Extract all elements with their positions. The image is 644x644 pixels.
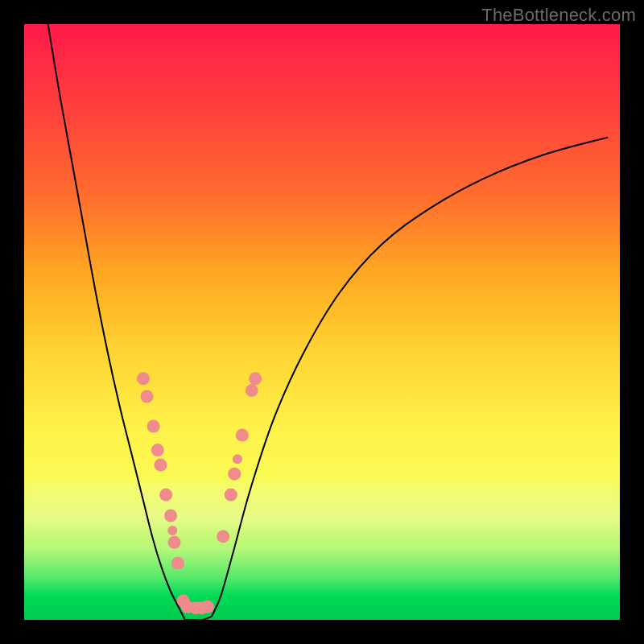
data-point <box>147 420 160 433</box>
data-point <box>137 372 150 385</box>
data-point <box>249 372 262 385</box>
curve-right <box>212 138 608 617</box>
data-point <box>167 526 177 535</box>
data-point <box>201 601 214 613</box>
data-points <box>137 372 262 614</box>
curve-layer <box>24 24 620 620</box>
data-point <box>228 468 241 481</box>
data-point <box>246 384 258 397</box>
data-point <box>164 510 177 522</box>
data-point <box>233 454 242 464</box>
data-point <box>236 429 249 442</box>
data-point <box>167 536 180 549</box>
data-point <box>159 489 172 502</box>
data-point <box>154 459 167 472</box>
watermark: TheBottleneck.com <box>481 5 636 26</box>
data-point <box>217 530 229 543</box>
data-point <box>151 444 164 456</box>
data-point <box>225 489 237 502</box>
curve-bottom <box>185 617 212 620</box>
curve-left <box>48 24 185 620</box>
plot-area <box>24 24 620 620</box>
chart-frame: TheBottleneck.com <box>0 0 644 644</box>
data-point <box>140 390 153 403</box>
data-point <box>171 557 184 570</box>
